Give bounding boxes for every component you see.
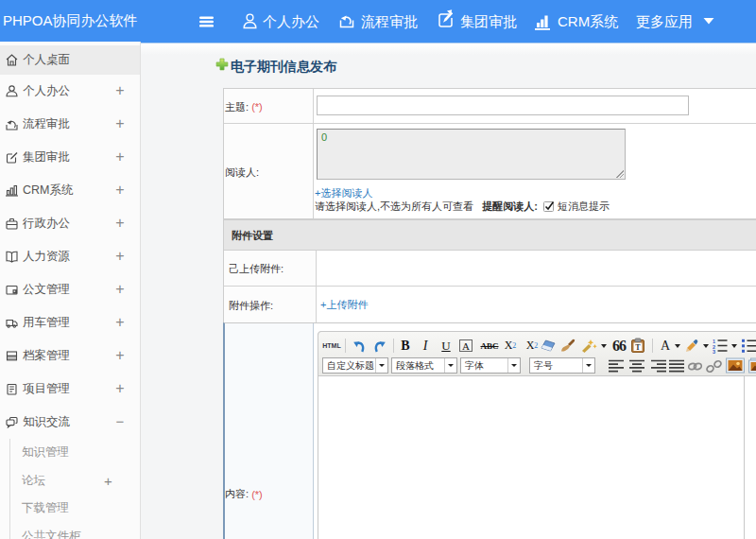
svg-text:T: T [635,343,641,352]
